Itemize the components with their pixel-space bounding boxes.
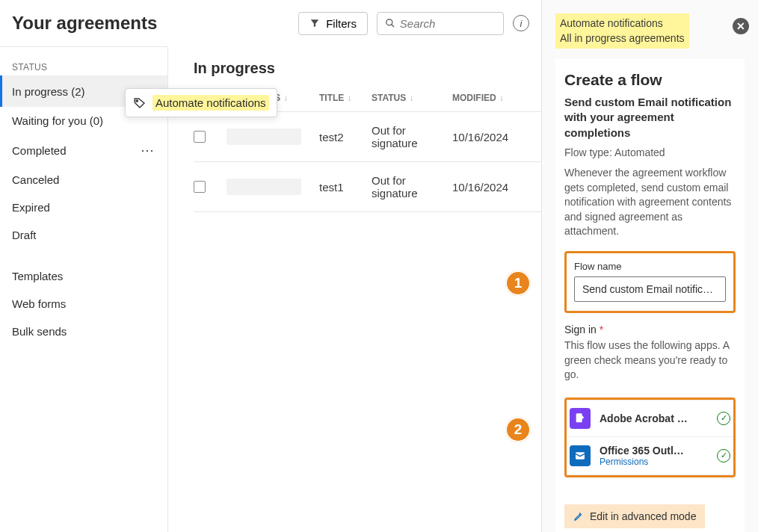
flow-card: Create a flow Send custom Email notifica… [555, 59, 745, 532]
svg-line-1 [392, 25, 394, 27]
sidebar-item-label: Templates [12, 270, 63, 282]
cell-title: test2 [319, 131, 372, 143]
recipient-redacted [227, 179, 301, 195]
highlight-line1: Automate notifications [560, 17, 663, 29]
column-label: STATUS [372, 93, 406, 103]
sidebar-item-completed[interactable]: Completed ⋯ [0, 134, 167, 166]
context-menu-label: Automate notifications [152, 95, 269, 111]
sort-icon: ↓ [347, 93, 351, 103]
panel-highlight: Automate notifications All in progress a… [555, 13, 689, 49]
cell-modified: 10/16/2024 [452, 131, 520, 143]
app-row-adobe[interactable]: Adobe Acrobat … ✓ [567, 400, 733, 436]
sidebar-item-label: Expired [12, 201, 50, 214]
flow-panel: ✕ Automate notifications All in progress… [541, 0, 758, 532]
sort-icon: ↓ [499, 93, 504, 103]
cell-title: test1 [319, 181, 372, 194]
flow-description: Whenever the agreement workflow gets com… [564, 166, 736, 239]
funnel-icon [309, 18, 320, 28]
required-asterisk: * [600, 324, 603, 335]
signin-description: This flow uses the following apps. A gre… [564, 338, 736, 383]
app-name: Adobe Acrobat … [600, 412, 708, 424]
filters-label: Filters [326, 17, 357, 30]
cell-status: Out for signature [372, 174, 452, 200]
search-icon [385, 17, 395, 29]
sidebar-item-templates[interactable]: Templates [0, 262, 167, 290]
sidebar-item-bulk-sends[interactable]: Bulk sends [0, 318, 167, 345]
more-icon[interactable]: ⋯ [141, 142, 155, 158]
edit-advanced-button[interactable]: Edit in advanced mode [564, 504, 705, 528]
filters-button[interactable]: Filters [298, 12, 368, 35]
check-icon: ✓ [717, 449, 730, 463]
annotation-badge-1: 1 [505, 270, 531, 296]
close-icon[interactable]: ✕ [733, 18, 749, 34]
permissions-link[interactable]: Permissions [600, 457, 708, 467]
page-title: Your agreements [12, 13, 157, 34]
adobe-icon [570, 408, 591, 429]
sidebar-item-label: Draft [12, 229, 37, 241]
row-checkbox[interactable] [194, 131, 206, 143]
recipient-redacted [227, 129, 301, 145]
search-input[interactable] [400, 17, 496, 30]
column-title[interactable]: TITLE↓ [319, 93, 372, 103]
tag-icon [133, 96, 147, 110]
sidebar-item-label: Web forms [12, 297, 66, 310]
svg-point-0 [386, 19, 392, 25]
check-icon: ✓ [717, 412, 730, 425]
sidebar-item-web-forms[interactable]: Web forms [0, 290, 167, 318]
app-name: Office 365 Outl… [600, 445, 708, 457]
sidebar-item-label: Completed [12, 144, 67, 157]
cell-modified: 10/16/2024 [452, 181, 520, 194]
flow-card-subtitle: Send custom Email notification with your… [564, 95, 736, 140]
sidebar-item-label: In progress (2) [12, 85, 85, 98]
flow-name-section: Flow name Send custom Email notificatio… [564, 251, 736, 313]
sidebar-item-label: Waiting for you (0) [12, 114, 103, 127]
edit-advanced-label: Edit in advanced mode [590, 510, 696, 522]
sort-icon: ↓ [283, 93, 288, 103]
svg-point-2 [136, 99, 138, 101]
sidebar-item-draft[interactable]: Draft [0, 221, 167, 249]
flow-card-title: Create a flow [564, 71, 736, 89]
sidebar-section-status: STATUS [0, 56, 167, 75]
column-status[interactable]: STATUS↓ [372, 93, 452, 103]
column-modified[interactable]: MODIFIED↓ [452, 93, 520, 103]
flow-name-label: Flow name [574, 261, 726, 272]
row-checkbox[interactable] [194, 181, 206, 193]
signin-label: Sign in * [564, 324, 736, 335]
app-row-outlook[interactable]: Office 365 Outl… Permissions ✓ [567, 436, 733, 475]
sort-icon: ↓ [409, 93, 413, 103]
search-field[interactable] [377, 12, 504, 35]
pencil-icon [573, 511, 584, 522]
sidebar-item-label: Canceled [12, 173, 59, 186]
annotation-badge-2: 2 [505, 417, 531, 442]
sidebar-item-canceled[interactable]: Canceled [0, 166, 167, 194]
cell-status: Out for signature [372, 124, 452, 149]
column-label: TITLE [319, 93, 344, 103]
sidebar-item-label: Bulk sends [12, 325, 67, 338]
column-label: MODIFIED [452, 93, 496, 103]
sidebar: STATUS In progress (2) ⋯ Waiting for you… [0, 46, 168, 532]
flow-name-input[interactable]: Send custom Email notificatio… [574, 276, 726, 302]
outlook-icon [570, 445, 591, 466]
info-icon[interactable]: i [513, 15, 529, 31]
flow-type: Flow type: Automated [564, 146, 736, 158]
apps-section: Adobe Acrobat … ✓ Office 365 Outl… Permi… [564, 398, 736, 477]
signin-text: Sign in [564, 324, 597, 335]
highlight-line2: All in progress agreements [560, 32, 685, 44]
context-menu-automate[interactable]: Automate notifications [125, 88, 277, 117]
sidebar-item-expired[interactable]: Expired [0, 194, 167, 221]
